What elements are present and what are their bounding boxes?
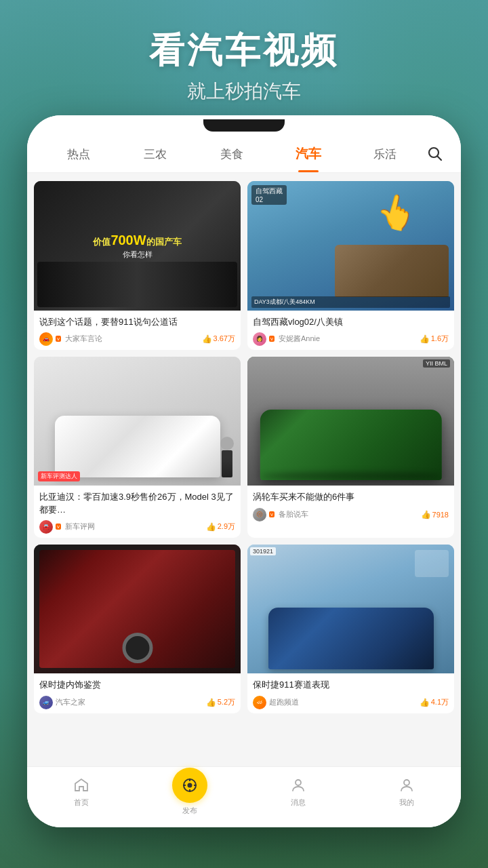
video-title: 说到这个话题，要替911说句公道话	[39, 316, 235, 328]
video-thumbnail: 301921	[247, 545, 454, 674]
video-grid: 价值700W的国产车 你看怎样 说到这个话题，要替911说句公道话 🚗 v 大家…	[34, 181, 454, 713]
author-name: 新车评网	[65, 521, 203, 532]
app-headline: 看汽车视频	[0, 27, 488, 75]
like-count: 👍 5.2万	[206, 697, 235, 707]
author-avatar: 🚙	[39, 696, 53, 709]
video-title: 保时捷911赛道表现	[253, 679, 449, 691]
nav-publish[interactable]: 发布	[136, 768, 244, 816]
author-name: 备胎说车	[279, 509, 418, 519]
video-card[interactable]: YII BML 涡轮车买来不能做的6件事 🛞 v 备胎说车 👍 7918	[247, 357, 454, 538]
video-thumbnail: 自驾西藏02 DAY3成都/八美484KM	[247, 181, 454, 311]
message-icon	[289, 776, 308, 795]
like-count: 👍 7918	[421, 510, 449, 519]
verified-badge: v	[269, 511, 274, 517]
like-icon: 👍	[202, 334, 212, 344]
video-title: 涡轮车买来不能做的6件事	[253, 491, 449, 503]
nav-mine[interactable]: 我的	[352, 776, 461, 808]
video-meta: 🏎 超跑频道 👍 4.1万	[253, 696, 449, 709]
video-meta: 🚘 v 新车评网 👍 2.9万	[39, 520, 235, 534]
tab-food[interactable]: 美食	[194, 142, 270, 166]
author-avatar: 👩	[253, 332, 266, 346]
video-thumbnail: 新车评测达人	[34, 357, 241, 486]
video-info: 保时捷内饰鉴赏 🚙 汽车之家 👍 5.2万	[34, 673, 241, 713]
video-thumbnail: 价值700W的国产车 你看怎样	[34, 181, 241, 311]
bottom-navigation: 首页 发布 消息	[27, 766, 461, 827]
search-icon	[428, 146, 443, 161]
nav-mine-label: 我的	[399, 797, 414, 808]
author-name: 超跑频道	[269, 697, 417, 707]
home-icon	[72, 776, 91, 795]
video-meta: 🚗 v 大家车言论 👍 3.67万	[39, 332, 235, 346]
video-thumbnail	[34, 545, 241, 674]
thumb-badge: 新车评测达人	[38, 471, 80, 481]
verified-badge: v	[56, 524, 61, 530]
author-avatar: 🚘	[39, 520, 53, 534]
tab-hotspot[interactable]: 热点	[41, 142, 117, 166]
nav-publish-label: 发布	[182, 806, 197, 816]
nav-message-label: 消息	[291, 797, 306, 808]
category-tabs: 热点 三农 美食 汽车 乐活	[27, 136, 461, 173]
video-card[interactable]: 自驾西藏02 DAY3成都/八美484KM 自驾西藏vlog02/八美镇 👩 v…	[247, 181, 454, 350]
like-icon: 👍	[420, 698, 430, 707]
content-area[interactable]: 价值700W的国产车 你看怎样 说到这个话题，要替911说句公道话 🚗 v 大家…	[27, 173, 461, 804]
phone-top	[27, 115, 461, 136]
app-subheadline: 就上秒拍汽车	[0, 79, 488, 104]
verified-badge: v	[269, 336, 274, 342]
video-title: 比亚迪汉：零百加速3.9秒售价26万，Model 3见了都要…	[39, 491, 235, 515]
svg-point-9	[404, 780, 409, 785]
svg-line-1	[437, 157, 441, 161]
author-avatar: 🛞	[253, 508, 266, 521]
video-thumbnail: YII BML	[247, 357, 454, 486]
video-info: 涡轮车买来不能做的6件事 🛞 v 备胎说车 👍 7918	[247, 486, 454, 525]
verified-badge: v	[56, 336, 61, 342]
video-card[interactable]: 新车评测达人 比亚迪汉：零百加速3.9秒售价26万，Model 3见了都要… 🚘…	[34, 357, 241, 538]
tab-sannong[interactable]: 三农	[117, 142, 194, 166]
like-icon: 👍	[421, 510, 431, 519]
publish-icon	[182, 777, 198, 793]
video-card[interactable]: 价值700W的国产车 你看怎样 说到这个话题，要替911说句公道话 🚗 v 大家…	[34, 181, 241, 350]
like-count: 👍 1.6万	[420, 334, 449, 344]
publish-button[interactable]	[172, 768, 207, 803]
phone-notch	[203, 119, 285, 132]
nav-home[interactable]: 首页	[27, 776, 136, 808]
tab-car[interactable]: 汽车	[270, 141, 346, 167]
phone-frame: 热点 三农 美食 汽车 乐活 价值700W的国产车 你看怎样	[27, 115, 461, 827]
video-title: 保时捷内饰鉴赏	[39, 679, 235, 691]
video-card[interactable]: 保时捷内饰鉴赏 🚙 汽车之家 👍 5.2万	[34, 545, 241, 713]
like-count: 👍 3.67万	[202, 334, 235, 344]
svg-point-3	[188, 783, 192, 788]
mine-icon	[397, 776, 416, 795]
tab-leisure[interactable]: 乐活	[346, 142, 423, 166]
like-icon: 👍	[420, 334, 430, 344]
author-name: 大家车言论	[65, 334, 199, 344]
top-text-area: 看汽车视频 就上秒拍汽车	[0, 27, 488, 104]
video-info: 说到这个话题，要替911说句公道话 🚗 v 大家车言论 👍 3.67万	[34, 311, 241, 350]
video-info: 自驾西藏vlog02/八美镇 👩 v 安妮酱Annie 👍 1.6万	[247, 311, 454, 350]
nav-message[interactable]: 消息	[244, 776, 352, 808]
video-meta: 🛞 v 备胎说车 👍 7918	[253, 508, 449, 521]
nav-home-label: 首页	[74, 797, 89, 808]
video-card[interactable]: 301921 保时捷911赛道表现 🏎 超跑频道 👍 4.1万	[247, 545, 454, 713]
video-title: 自驾西藏vlog02/八美镇	[253, 316, 449, 328]
like-count: 👍 4.1万	[420, 697, 449, 707]
svg-point-8	[296, 780, 301, 785]
video-meta: 👩 v 安妮酱Annie 👍 1.6万	[253, 332, 449, 346]
search-button[interactable]	[423, 142, 447, 166]
author-name: 汽车之家	[56, 697, 203, 707]
author-avatar: 🚗	[39, 332, 53, 346]
author-avatar: 🏎	[253, 696, 266, 709]
like-icon: 👍	[206, 522, 216, 532]
like-icon: 👍	[206, 698, 216, 707]
author-name: 安妮酱Annie	[279, 334, 417, 344]
video-meta: 🚙 汽车之家 👍 5.2万	[39, 696, 235, 709]
video-info: 比亚迪汉：零百加速3.9秒售价26万，Model 3见了都要… 🚘 v 新车评网…	[34, 486, 241, 537]
video-info: 保时捷911赛道表现 🏎 超跑频道 👍 4.1万	[247, 673, 454, 713]
like-count: 👍 2.9万	[206, 521, 235, 532]
